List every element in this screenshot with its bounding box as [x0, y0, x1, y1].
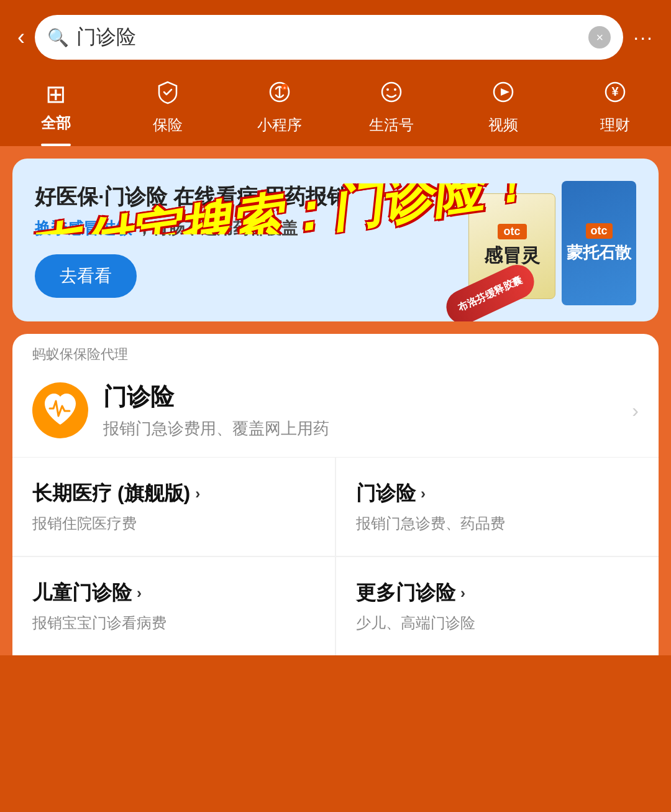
tab-lifestyle-label: 生活号: [369, 115, 414, 135]
tab-all-icon: ⊞: [45, 80, 66, 108]
heart-pulse-icon: [39, 389, 82, 432]
banner-wrapper: 好医保·门诊险 在线看病,用药报销 换季感冒过敏 ，胃肠不适用药都覆盖 去看看 …: [12, 159, 659, 321]
more-button[interactable]: ···: [633, 26, 654, 49]
tab-insurance-label: 保险: [153, 115, 183, 135]
tab-bar: ⊞ 全部 保险 + 小程序: [0, 70, 671, 146]
banner-card[interactable]: 好医保·门诊险 在线看病,用药报销 换季感冒过敏 ，胃肠不适用药都覆盖 去看看 …: [12, 159, 659, 321]
source-label: 蚂蚁保保险代理: [12, 334, 659, 364]
chevron-right-icon: ›: [632, 399, 639, 422]
banner-subtitle-rest: ，胃肠不适用药都覆盖: [136, 219, 298, 238]
grid-card-0-chevron: ›: [195, 485, 200, 502]
svg-point-5: [386, 88, 389, 91]
main-content: 好医保·门诊险 在线看病,用药报销 换季感冒过敏 ，胃肠不适用药都覆盖 去看看 …: [0, 146, 671, 655]
banner-text-area: 好医保·门诊险 在线看病,用药报销 换季感冒过敏 ，胃肠不适用药都覆盖 去看看: [35, 182, 468, 298]
grid-card-1-title: 门诊险 ›: [356, 480, 639, 507]
search-bar[interactable]: 🔍 门诊险 ×: [35, 15, 623, 60]
tab-video[interactable]: 视频: [463, 80, 544, 146]
svg-point-4: [382, 83, 401, 101]
result-text-area: 门诊险 报销门急诊费用、覆盖网上用药: [103, 381, 617, 440]
otc-badge-1: otc: [498, 224, 527, 239]
grid-card-1-desc: 报销门急诊费、药品费: [356, 514, 639, 533]
svg-point-6: [394, 88, 396, 91]
grid-card-1-chevron: ›: [421, 485, 426, 502]
grid-card-1[interactable]: 门诊险 › 报销门急诊费、药品费: [336, 458, 659, 556]
header: ‹ 🔍 门诊险 × ···: [0, 0, 671, 70]
tab-miniapp-label: 小程序: [257, 115, 302, 135]
clear-button[interactable]: ×: [588, 26, 611, 48]
grid-card-3-desc: 少儿、高端门诊险: [356, 613, 639, 633]
svg-text:¥: ¥: [611, 85, 619, 98]
tab-lifestyle-icon: [379, 80, 404, 110]
tab-miniapp[interactable]: + 小程序: [239, 80, 320, 146]
medicine-box-2: otc 蒙托石散: [562, 181, 636, 305]
banner-button[interactable]: 去看看: [35, 254, 137, 298]
tab-finance-label: 理财: [600, 115, 630, 135]
tab-insurance[interactable]: 保险: [127, 80, 208, 146]
grid-card-2-chevron: ›: [137, 584, 142, 602]
tab-video-icon: [491, 80, 516, 110]
back-button[interactable]: ‹: [17, 26, 25, 48]
grid-card-3-title: 更多门诊险 ›: [356, 579, 639, 607]
tab-insurance-icon: [155, 80, 180, 110]
grid-card-3[interactable]: 更多门诊险 › 少儿、高端门诊险: [336, 557, 659, 655]
search-input[interactable]: 门诊险: [76, 24, 581, 51]
tab-all-label: 全部: [41, 113, 71, 133]
tab-miniapp-icon: +: [267, 80, 292, 110]
tab-all[interactable]: ⊞ 全部: [16, 80, 96, 146]
medicine2-name: 蒙托石散: [567, 242, 631, 264]
result-title: 门诊险: [103, 381, 617, 413]
tab-video-label: 视频: [488, 115, 518, 135]
result-desc: 报销门急诊费用、覆盖网上用药: [103, 418, 617, 440]
svg-marker-8: [501, 88, 509, 96]
tab-finance-icon: ¥: [603, 80, 628, 110]
tab-finance[interactable]: ¥ 理财: [575, 80, 655, 146]
result-section: 蚂蚁保保险代理 门诊险 报销门急诊费用、覆盖网上用药 › 长期医疗 (旗舰版): [12, 334, 659, 655]
grid-card-0-desc: 报销住院医疗费: [32, 514, 315, 533]
grid-card-0-title: 长期医疗 (旗舰版) ›: [32, 480, 315, 507]
banner-title: 好医保·门诊险 在线看病,用药报销: [35, 182, 468, 212]
svg-text:+: +: [283, 85, 286, 91]
banner-subtitle-highlight: 换季感冒过敏: [35, 219, 132, 238]
banner-images: otc 感冒灵 布洛芬缓释胶囊 otc 蒙托石散: [468, 181, 636, 299]
grid-card-3-chevron: ›: [460, 584, 465, 602]
search-icon: 🔍: [47, 27, 69, 48]
result-icon-wrap: [32, 382, 88, 438]
banner-subtitle: 换季感冒过敏 ，胃肠不适用药都覆盖: [35, 218, 468, 239]
grid-card-2-title: 儿童门诊险 ›: [32, 579, 315, 607]
tab-lifestyle[interactable]: 生活号: [351, 80, 432, 146]
grid-card-0[interactable]: 长期医疗 (旗舰版) › 报销住院医疗费: [12, 458, 335, 556]
main-result-item[interactable]: 门诊险 报销门急诊费用、覆盖网上用药 ›: [12, 364, 659, 458]
grid-cards: 长期医疗 (旗舰版) › 报销住院医疗费 门诊险 › 报销门急诊费、药品费 儿童…: [12, 458, 659, 655]
otc-badge-2: otc: [586, 223, 613, 239]
grid-card-2-desc: 报销宝宝门诊看病费: [32, 613, 315, 633]
grid-card-2[interactable]: 儿童门诊险 › 报销宝宝门诊看病费: [12, 557, 335, 655]
